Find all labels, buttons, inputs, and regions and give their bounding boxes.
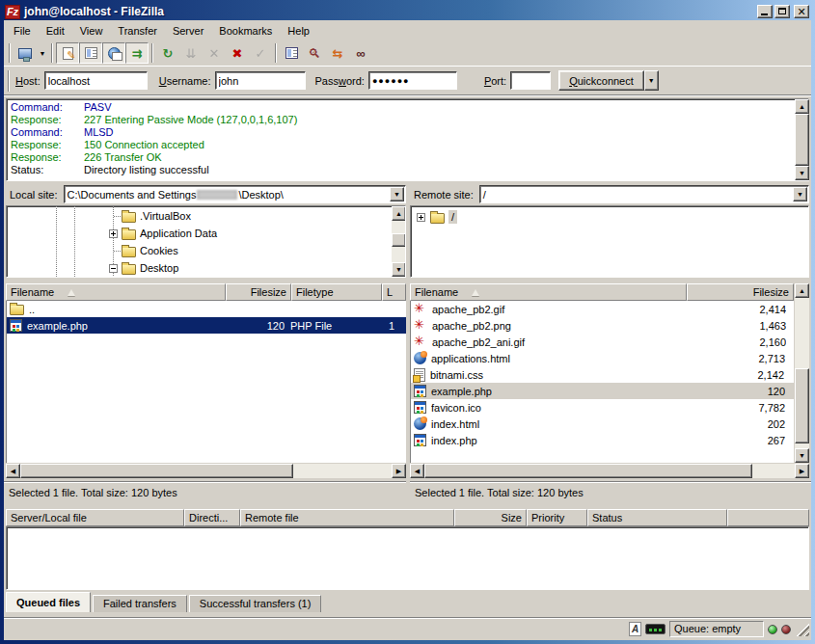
disconnect-button[interactable]: ✖ [226, 42, 249, 64]
column-header-status[interactable]: Status [587, 509, 727, 526]
local-file-list[interactable]: .. example.php 120 PHP File 1 [6, 301, 406, 463]
column-header-filename[interactable]: Filename [410, 283, 687, 301]
directory-comparison-button[interactable] [280, 42, 303, 64]
queue-list[interactable] [6, 526, 809, 590]
local-list-hscrollbar[interactable]: ◀ ▶ [6, 464, 406, 478]
tab-failed-transfers[interactable]: Failed transfers [93, 595, 187, 612]
file-row[interactable]: applications.html2,713 [411, 350, 794, 366]
reconnect-button[interactable]: ✓ [249, 42, 272, 64]
minimize-button[interactable] [757, 5, 773, 18]
tab-successful-transfers[interactable]: Successful transfers (1) [189, 595, 322, 612]
scroll-thumb[interactable] [795, 368, 809, 443]
synchronized-browsing-button[interactable]: ⇆ [326, 42, 349, 64]
file-row[interactable]: bitnami.css2,142 [411, 366, 794, 383]
menu-server[interactable]: Server [165, 22, 211, 40]
menu-transfer[interactable]: Transfer [110, 22, 165, 40]
host-input[interactable] [44, 71, 148, 90]
column-header-filesize[interactable]: Filesize [687, 283, 794, 301]
file-row[interactable]: index.php267 [411, 432, 794, 448]
scroll-thumb[interactable] [392, 233, 406, 247]
scroll-thumb[interactable] [424, 464, 752, 478]
toggle-transfer-queue-button[interactable]: ⇉ [125, 42, 149, 64]
local-tree-scrollbar[interactable]: ▲ ▼ [392, 206, 406, 277]
scroll-thumb[interactable] [795, 114, 809, 166]
scroll-right-button[interactable]: ▶ [392, 464, 406, 478]
column-header-filesize[interactable]: Filesize [226, 283, 291, 301]
maximize-button[interactable] [774, 5, 790, 18]
menu-file[interactable]: File [6, 22, 39, 40]
menu-bookmarks[interactable]: Bookmarks [211, 22, 280, 40]
scroll-right-button[interactable]: ▶ [795, 464, 809, 478]
message-log[interactable]: Command:PASV Response:227 Entering Passi… [6, 98, 809, 181]
quickconnect-button[interactable]: Quickconnect [558, 70, 644, 91]
expand-icon[interactable] [417, 213, 425, 222]
column-header-direction[interactable]: Directi... [184, 509, 240, 526]
tree-item-root[interactable]: / [417, 208, 457, 226]
toggle-local-tree-button[interactable] [79, 42, 102, 64]
remote-list-hscrollbar[interactable]: ◀ ▶ [410, 464, 809, 478]
remote-list-scrollbar[interactable]: ▲ ▼ [795, 283, 809, 463]
toggle-message-log-button[interactable] [56, 42, 79, 64]
cancel-button[interactable]: ✕ [203, 42, 226, 64]
scroll-up-button[interactable]: ▲ [392, 206, 406, 221]
expand-icon[interactable] [109, 229, 118, 238]
port-input[interactable] [510, 71, 551, 90]
scroll-up-button[interactable]: ▲ [795, 99, 809, 114]
collapse-icon[interactable] [109, 264, 118, 273]
menu-edit[interactable]: Edit [39, 22, 72, 40]
scroll-down-button[interactable]: ▼ [392, 262, 406, 277]
scroll-thumb[interactable] [20, 464, 293, 478]
column-header-size[interactable]: Size [454, 509, 527, 526]
chevron-down-icon[interactable]: ▼ [793, 187, 807, 201]
remote-file-list[interactable]: apache_pb2.gif2,414 apache_pb2.png1,463 … [410, 301, 794, 463]
close-button[interactable]: ✕ [794, 5, 809, 18]
process-queue-button[interactable]: ⇊ [179, 42, 203, 64]
tree-item-virtualbox[interactable]: .VirtualBox [109, 207, 191, 225]
column-header-priority[interactable]: Priority [527, 509, 587, 526]
column-header-filename[interactable]: Filename [6, 283, 226, 301]
file-row-selected[interactable]: example.php120 [411, 383, 794, 399]
toggle-remote-tree-button[interactable] [102, 42, 125, 64]
remote-path-combobox[interactable]: / ▼ [479, 185, 809, 203]
menu-help[interactable]: Help [280, 22, 317, 40]
column-header-modified[interactable]: L [382, 283, 406, 301]
scroll-track[interactable] [293, 464, 392, 478]
tree-item-desktop[interactable]: Desktop [109, 259, 178, 277]
log-scrollbar[interactable]: ▲ ▼ [795, 99, 809, 180]
tree-item-cookies[interactable]: Cookies [109, 242, 178, 259]
local-path-combobox[interactable]: C:\Documents and Settings\Desktop\ ▼ [64, 185, 406, 203]
scroll-track[interactable] [752, 464, 795, 478]
column-header-server-local-file[interactable]: Server/Local file [6, 509, 184, 526]
column-header-filetype[interactable]: Filetype [291, 283, 382, 301]
find-files-button[interactable]: ∞ [349, 42, 372, 64]
site-manager-button[interactable] [14, 42, 37, 64]
remote-directory-tree[interactable]: / [410, 205, 809, 278]
username-input[interactable] [215, 71, 306, 90]
scroll-left-button[interactable]: ◀ [410, 464, 424, 478]
file-row-example-php[interactable]: example.php 120 PHP File 1 [7, 317, 406, 334]
file-row-parent[interactable]: .. [7, 301, 406, 317]
menu-view[interactable]: View [72, 22, 111, 40]
scroll-up-button[interactable]: ▲ [795, 283, 809, 298]
local-directory-tree[interactable]: .VirtualBox Application Data Cookies Des… [6, 205, 406, 278]
scroll-down-button[interactable]: ▼ [795, 166, 809, 180]
quickconnect-dropdown[interactable]: ▼ [644, 70, 659, 91]
tree-item-application-data[interactable]: Application Data [109, 225, 217, 242]
chevron-down-icon[interactable]: ▼ [390, 187, 404, 201]
refresh-button[interactable]: ↻ [156, 42, 179, 64]
file-row[interactable]: apache_pb2.png1,463 [411, 317, 794, 334]
file-row[interactable]: apache_pb2_ani.gif2,160 [411, 334, 794, 350]
site-manager-dropdown[interactable]: ▼ [37, 42, 48, 64]
scroll-down-button[interactable]: ▼ [795, 448, 809, 463]
column-header-remote-file[interactable]: Remote file [240, 509, 454, 526]
file-row[interactable]: index.html202 [411, 416, 794, 432]
column-header-empty[interactable] [727, 509, 809, 526]
data-type-indicator-icon[interactable]: A [629, 622, 641, 636]
title-bar[interactable]: Fz john@localhost - FileZilla ✕ [4, 3, 811, 20]
file-row[interactable]: apache_pb2.gif2,414 [411, 301, 794, 317]
filename-filters-button[interactable]: 🔍︎ [303, 42, 326, 64]
password-input[interactable] [368, 71, 457, 90]
file-row[interactable]: favicon.ico7,782 [411, 399, 794, 416]
scroll-left-button[interactable]: ◀ [6, 464, 20, 478]
tab-queued-files[interactable]: Queued files [6, 592, 91, 612]
